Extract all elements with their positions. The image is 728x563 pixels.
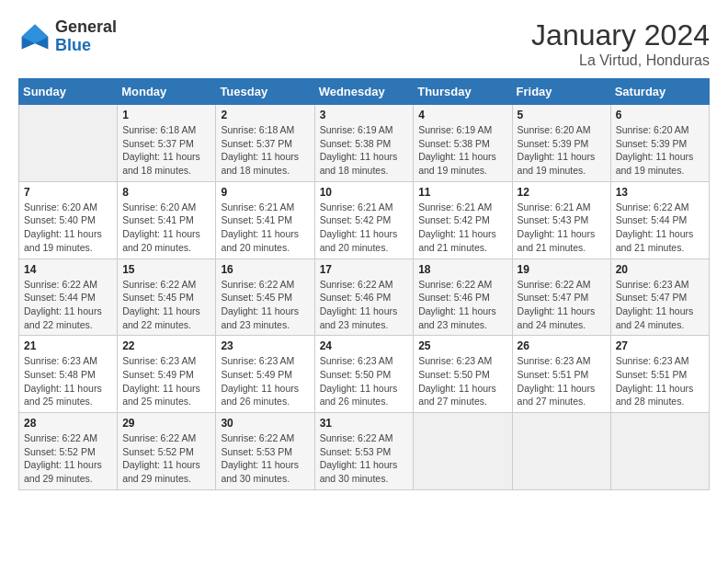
day-number: 11 — [418, 186, 506, 199]
week-row-2: 7Sunrise: 6:20 AMSunset: 5:40 PMDaylight… — [19, 181, 710, 259]
day-info: Sunrise: 6:23 AMSunset: 5:48 PMDaylight:… — [24, 354, 112, 408]
day-number: 31 — [320, 417, 409, 430]
day-number: 12 — [518, 186, 606, 199]
day-info: Sunrise: 6:19 AMSunset: 5:38 PMDaylight:… — [418, 123, 506, 178]
day-header-saturday: Saturday — [610, 79, 709, 105]
day-number: 3 — [320, 109, 409, 121]
calendar-cell: 10Sunrise: 6:21 AMSunset: 5:42 PMDayligh… — [314, 181, 414, 259]
day-number: 27 — [616, 339, 704, 352]
day-number: 9 — [221, 186, 309, 199]
title-area: January 2024 La Virtud, Honduras — [531, 18, 710, 69]
day-info: Sunrise: 6:22 AMSunset: 5:46 PMDaylight:… — [418, 278, 506, 332]
calendar-cell: 3Sunrise: 6:19 AMSunset: 5:38 PMDaylight… — [314, 105, 414, 182]
day-info: Sunrise: 6:18 AMSunset: 5:37 PMDaylight:… — [122, 123, 210, 178]
day-info: Sunrise: 6:18 AMSunset: 5:37 PMDaylight:… — [221, 123, 309, 178]
calendar-cell: 24Sunrise: 6:23 AMSunset: 5:50 PMDayligh… — [314, 336, 414, 413]
day-info: Sunrise: 6:23 AMSunset: 5:49 PMDaylight:… — [221, 354, 309, 408]
day-number: 25 — [418, 339, 506, 352]
day-number: 13 — [616, 186, 704, 199]
day-info: Sunrise: 6:22 AMSunset: 5:44 PMDaylight:… — [616, 201, 704, 255]
day-info: Sunrise: 6:23 AMSunset: 5:51 PMDaylight:… — [518, 354, 606, 408]
day-header-friday: Friday — [512, 79, 610, 105]
day-info: Sunrise: 6:21 AMSunset: 5:42 PMDaylight:… — [320, 201, 409, 255]
day-header-wednesday: Wednesday — [314, 79, 414, 105]
day-info: Sunrise: 6:22 AMSunset: 5:53 PMDaylight:… — [320, 431, 409, 486]
day-header-monday: Monday — [118, 79, 216, 105]
day-number: 28 — [24, 417, 112, 430]
calendar-cell: 17Sunrise: 6:22 AMSunset: 5:46 PMDayligh… — [314, 259, 414, 336]
day-number: 24 — [320, 339, 409, 352]
day-number: 30 — [221, 417, 309, 430]
page-header: General Blue January 2024 La Virtud, Hon… — [18, 18, 710, 69]
day-number: 7 — [24, 186, 112, 199]
day-number: 4 — [418, 109, 506, 121]
calendar-cell: 28Sunrise: 6:22 AMSunset: 5:52 PMDayligh… — [19, 413, 118, 490]
calendar-cell: 6Sunrise: 6:20 AMSunset: 5:39 PMDaylight… — [610, 105, 709, 182]
day-number: 26 — [518, 339, 606, 352]
day-number: 20 — [616, 263, 704, 276]
calendar-cell: 26Sunrise: 6:23 AMSunset: 5:51 PMDayligh… — [512, 336, 610, 413]
day-info: Sunrise: 6:22 AMSunset: 5:52 PMDaylight:… — [122, 431, 210, 486]
calendar-cell: 18Sunrise: 6:22 AMSunset: 5:46 PMDayligh… — [414, 259, 512, 336]
day-header-tuesday: Tuesday — [216, 79, 314, 105]
day-info: Sunrise: 6:20 AMSunset: 5:39 PMDaylight:… — [616, 123, 704, 178]
day-info: Sunrise: 6:22 AMSunset: 5:52 PMDaylight:… — [24, 431, 112, 486]
day-number: 23 — [221, 339, 309, 352]
logo-blue: Blue — [55, 37, 117, 55]
week-row-1: 1Sunrise: 6:18 AMSunset: 5:37 PMDaylight… — [19, 105, 710, 182]
day-info: Sunrise: 6:22 AMSunset: 5:45 PMDaylight:… — [122, 278, 210, 332]
calendar-cell: 16Sunrise: 6:22 AMSunset: 5:45 PMDayligh… — [216, 259, 314, 336]
day-info: Sunrise: 6:22 AMSunset: 5:44 PMDaylight:… — [24, 278, 112, 332]
calendar-cell: 9Sunrise: 6:21 AMSunset: 5:41 PMDaylight… — [216, 181, 314, 259]
logo-icon — [18, 20, 51, 53]
week-row-4: 21Sunrise: 6:23 AMSunset: 5:48 PMDayligh… — [19, 336, 710, 413]
day-number: 22 — [122, 339, 210, 352]
calendar-cell — [512, 413, 610, 490]
calendar-title: January 2024 — [531, 18, 710, 52]
day-info: Sunrise: 6:20 AMSunset: 5:39 PMDaylight:… — [518, 123, 606, 178]
day-number: 18 — [418, 263, 506, 276]
logo-general: General — [55, 18, 117, 37]
day-number: 17 — [320, 263, 409, 276]
calendar-cell: 11Sunrise: 6:21 AMSunset: 5:42 PMDayligh… — [414, 181, 512, 259]
day-info: Sunrise: 6:23 AMSunset: 5:49 PMDaylight:… — [122, 354, 210, 408]
day-info: Sunrise: 6:21 AMSunset: 5:42 PMDaylight:… — [418, 201, 506, 255]
calendar-cell — [19, 105, 118, 182]
calendar-cell: 19Sunrise: 6:22 AMSunset: 5:47 PMDayligh… — [512, 259, 610, 336]
calendar-cell: 25Sunrise: 6:23 AMSunset: 5:50 PMDayligh… — [414, 336, 512, 413]
day-header-row: SundayMondayTuesdayWednesdayThursdayFrid… — [19, 79, 710, 105]
day-info: Sunrise: 6:21 AMSunset: 5:43 PMDaylight:… — [518, 201, 606, 255]
day-info: Sunrise: 6:20 AMSunset: 5:40 PMDaylight:… — [24, 201, 112, 255]
day-number: 8 — [122, 186, 210, 199]
day-number: 29 — [122, 417, 210, 430]
day-info: Sunrise: 6:23 AMSunset: 5:50 PMDaylight:… — [320, 354, 409, 408]
logo-text: General Blue — [55, 18, 117, 55]
calendar-cell: 5Sunrise: 6:20 AMSunset: 5:39 PMDaylight… — [512, 105, 610, 182]
day-number: 6 — [616, 109, 704, 121]
day-number: 14 — [24, 263, 112, 276]
day-number: 15 — [122, 263, 210, 276]
day-info: Sunrise: 6:22 AMSunset: 5:53 PMDaylight:… — [221, 431, 309, 486]
calendar-cell: 20Sunrise: 6:23 AMSunset: 5:47 PMDayligh… — [610, 259, 709, 336]
calendar-cell: 21Sunrise: 6:23 AMSunset: 5:48 PMDayligh… — [19, 336, 118, 413]
day-number: 5 — [518, 109, 606, 121]
calendar-cell: 14Sunrise: 6:22 AMSunset: 5:44 PMDayligh… — [19, 259, 118, 336]
calendar-cell: 12Sunrise: 6:21 AMSunset: 5:43 PMDayligh… — [512, 181, 610, 259]
calendar-cell: 29Sunrise: 6:22 AMSunset: 5:52 PMDayligh… — [118, 413, 216, 490]
day-info: Sunrise: 6:23 AMSunset: 5:50 PMDaylight:… — [418, 354, 506, 408]
day-info: Sunrise: 6:22 AMSunset: 5:47 PMDaylight:… — [518, 278, 606, 332]
calendar-cell: 23Sunrise: 6:23 AMSunset: 5:49 PMDayligh… — [216, 336, 314, 413]
calendar-cell: 31Sunrise: 6:22 AMSunset: 5:53 PMDayligh… — [314, 413, 414, 490]
week-row-3: 14Sunrise: 6:22 AMSunset: 5:44 PMDayligh… — [19, 259, 710, 336]
calendar-cell: 2Sunrise: 6:18 AMSunset: 5:37 PMDaylight… — [216, 105, 314, 182]
day-number: 21 — [24, 339, 112, 352]
day-info: Sunrise: 6:22 AMSunset: 5:45 PMDaylight:… — [221, 278, 309, 332]
calendar-cell: 8Sunrise: 6:20 AMSunset: 5:41 PMDaylight… — [118, 181, 216, 259]
day-info: Sunrise: 6:23 AMSunset: 5:47 PMDaylight:… — [616, 278, 704, 332]
day-info: Sunrise: 6:19 AMSunset: 5:38 PMDaylight:… — [320, 123, 409, 178]
day-info: Sunrise: 6:21 AMSunset: 5:41 PMDaylight:… — [221, 201, 309, 255]
day-number: 16 — [221, 263, 309, 276]
day-number: 2 — [221, 109, 309, 121]
day-number: 10 — [320, 186, 409, 199]
day-info: Sunrise: 6:20 AMSunset: 5:41 PMDaylight:… — [122, 201, 210, 255]
